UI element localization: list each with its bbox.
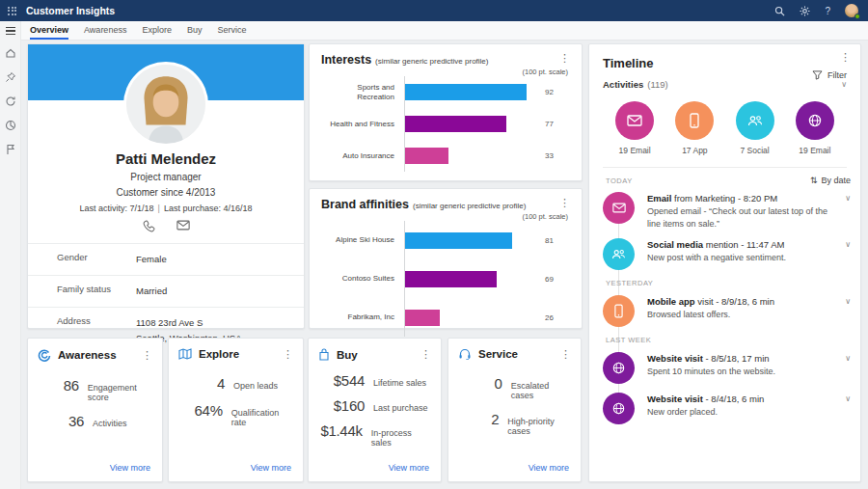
chevron-down-icon[interactable]: ∨ bbox=[845, 354, 851, 363]
bar-row: Auto Insurance 33 bbox=[321, 140, 570, 172]
activities-label: Activities bbox=[603, 79, 643, 90]
view-more-link[interactable]: View more bbox=[389, 463, 429, 473]
tab-explore[interactable]: Explore bbox=[142, 21, 172, 40]
flag-icon[interactable] bbox=[6, 144, 15, 155]
app-title: Customer Insights bbox=[26, 5, 115, 16]
scale-note: (100 pt. scale) bbox=[321, 68, 568, 76]
bar-label: Sports and Recreation bbox=[321, 83, 404, 102]
more-options-icon[interactable]: ⋮ bbox=[420, 349, 431, 360]
section-label-last-week: LAST WEEK bbox=[606, 336, 851, 344]
more-options-icon[interactable]: ⋮ bbox=[283, 349, 293, 360]
entry-type: Mobile app bbox=[647, 296, 695, 307]
presence-indicator bbox=[854, 14, 860, 19]
chevron-down-icon[interactable]: ∨ bbox=[845, 394, 851, 403]
customer-since: Customer since 4/2013 bbox=[28, 187, 304, 198]
bar-track bbox=[404, 140, 537, 172]
timeline-entry-website-1[interactable]: Website visit - 8/5/18, 17 min Spent 10 … bbox=[603, 352, 851, 384]
entry-type: Website visit bbox=[647, 394, 703, 404]
tab-awareness[interactable]: Awareness bbox=[84, 21, 126, 40]
pie-chart-icon[interactable] bbox=[5, 120, 16, 131]
bar[interactable] bbox=[405, 271, 497, 287]
stat-label: High-priority cases bbox=[507, 417, 571, 436]
help-icon[interactable]: ? bbox=[825, 6, 830, 16]
phone-icon[interactable] bbox=[143, 220, 155, 232]
refresh-icon[interactable] bbox=[5, 95, 16, 107]
view-more-link[interactable]: View more bbox=[251, 463, 291, 473]
waffle-icon[interactable] bbox=[8, 7, 16, 15]
pin-icon[interactable] bbox=[5, 71, 16, 83]
timeline-entry-email[interactable]: Email from Marketing - 8:20 PM Opened em… bbox=[603, 192, 851, 230]
more-options-icon[interactable]: ⋮ bbox=[559, 53, 570, 64]
stat-value: 2 bbox=[458, 411, 499, 427]
chevron-down-icon[interactable]: ∨ bbox=[845, 240, 851, 249]
search-icon[interactable] bbox=[774, 6, 785, 16]
summary-label: 19 Email bbox=[619, 146, 651, 155]
chevron-down-icon[interactable]: ∨ bbox=[841, 80, 847, 89]
bar-row: Fabrikam, Inc 26 bbox=[321, 298, 570, 337]
field-row-gender: Gender Female bbox=[28, 243, 304, 275]
stat-label: In-process sales bbox=[371, 428, 431, 448]
chevron-down-icon[interactable]: ∨ bbox=[845, 297, 851, 306]
stat-value: 0 bbox=[458, 375, 502, 392]
timeline-entry-social[interactable]: Social media mention - 11:47 AM New post… bbox=[603, 238, 851, 270]
address-line-1: 1108 23rd Ave S bbox=[136, 315, 241, 331]
bar-value: 77 bbox=[545, 120, 554, 128]
hamburger-menu-icon[interactable] bbox=[6, 27, 15, 35]
entry-description: Opened email - “Check out our latest top… bbox=[647, 205, 830, 230]
interests-chart-card: Interests (similar generic predictive pr… bbox=[309, 43, 583, 181]
field-value: Married bbox=[136, 284, 167, 299]
home-icon[interactable] bbox=[5, 47, 16, 59]
view-more-link[interactable]: View more bbox=[529, 463, 569, 473]
filter-button[interactable]: Filter bbox=[812, 70, 847, 80]
mobile-icon bbox=[603, 295, 635, 327]
summary-app[interactable]: 17 App bbox=[665, 101, 724, 155]
sort-by-date[interactable]: ⇅By date bbox=[810, 176, 851, 185]
bar-row: Alpine Ski House 81 bbox=[321, 221, 570, 259]
bar-label: Auto Insurance bbox=[321, 151, 404, 161]
summary-social[interactable]: 7 Social bbox=[725, 101, 785, 155]
last-purchase: Last purchase: 4/16/18 bbox=[164, 204, 253, 213]
envelope-icon bbox=[603, 192, 635, 224]
funnel-icon bbox=[812, 70, 823, 80]
entry-type: Email bbox=[647, 193, 671, 204]
bar[interactable] bbox=[405, 116, 506, 132]
field-value: Female bbox=[136, 252, 167, 267]
people-icon bbox=[603, 238, 635, 270]
entry-meta: from Marketing - 8:20 PM bbox=[671, 193, 777, 204]
more-options-icon[interactable]: ⋮ bbox=[559, 198, 570, 208]
entry-meta: - 8/4/18, 6 min bbox=[703, 394, 764, 404]
timeline-entry-mobile-app[interactable]: Mobile app visit - 8/9/18, 6 min Browsed… bbox=[603, 295, 851, 327]
summary-web[interactable]: 19 Email bbox=[785, 101, 845, 155]
section-label-yesterday: YESTERDAY bbox=[606, 279, 851, 287]
gear-icon[interactable] bbox=[800, 6, 810, 16]
chevron-down-icon[interactable]: ∨ bbox=[845, 194, 851, 203]
bar[interactable] bbox=[405, 310, 440, 326]
summary-email[interactable]: 19 Email bbox=[605, 101, 665, 155]
more-options-icon[interactable]: ⋮ bbox=[142, 350, 152, 361]
view-more-link[interactable]: View more bbox=[110, 463, 150, 473]
stat-row: 36Activities bbox=[38, 413, 152, 429]
card-title: Service bbox=[478, 348, 518, 360]
timeline-entry-website-2[interactable]: Website visit - 8/4/18, 6 min New order … bbox=[603, 393, 851, 424]
envelope-icon[interactable] bbox=[176, 220, 190, 232]
tab-service[interactable]: Service bbox=[217, 21, 246, 40]
awareness-kpi-card: Awareness ⋮ 86Engagement score 36Activit… bbox=[27, 338, 163, 482]
card-caption: (similar generic predictive profile) bbox=[375, 57, 488, 66]
stat-value: $160 bbox=[318, 397, 365, 414]
more-options-icon[interactable]: ⋮ bbox=[560, 349, 571, 360]
tab-overview[interactable]: Overview bbox=[30, 21, 68, 40]
section-label-today: TODAY bbox=[606, 177, 633, 185]
headset-icon bbox=[458, 348, 472, 360]
bar[interactable] bbox=[405, 84, 527, 100]
summary-label: 19 Email bbox=[799, 146, 830, 155]
map-icon bbox=[178, 348, 192, 360]
tab-buy[interactable]: Buy bbox=[187, 21, 203, 40]
bar[interactable] bbox=[405, 232, 512, 249]
bar[interactable] bbox=[405, 148, 448, 164]
user-avatar[interactable] bbox=[845, 4, 858, 17]
filter-label: Filter bbox=[827, 70, 847, 80]
more-options-icon[interactable]: ⋮ bbox=[840, 52, 851, 63]
stat-row: 0Escalated cases bbox=[458, 375, 571, 400]
megaphone-icon bbox=[38, 348, 51, 362]
stat-label: Qualification rate bbox=[231, 408, 293, 427]
